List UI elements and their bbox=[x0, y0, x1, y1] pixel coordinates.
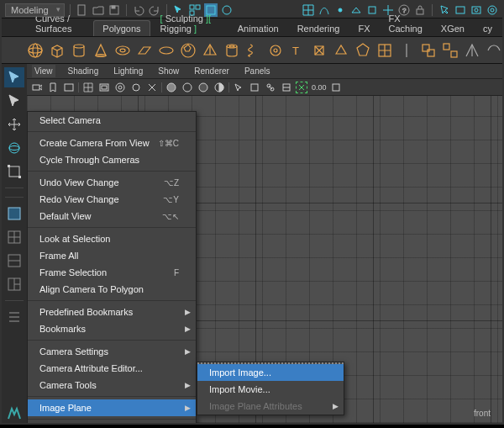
use-lights-icon[interactable] bbox=[197, 81, 210, 94]
menu-item-create-camera-from-view[interactable]: Create Camera From View⇧⌘C bbox=[28, 135, 196, 151]
poly-gear-icon[interactable] bbox=[267, 41, 284, 60]
image-plane-icon[interactable] bbox=[62, 81, 76, 94]
render-icon[interactable] bbox=[454, 3, 467, 17]
select-tool[interactable] bbox=[4, 67, 24, 87]
poly-cube-icon[interactable] bbox=[49, 41, 66, 60]
resolution-gate-icon[interactable] bbox=[113, 81, 127, 94]
menu-item-select-camera[interactable]: Select Camera bbox=[28, 112, 196, 129]
shadows-icon[interactable] bbox=[213, 81, 226, 94]
separate-icon[interactable] bbox=[442, 41, 459, 60]
menu-item-view-sequence-time[interactable]: View Sequence Time bbox=[28, 422, 196, 423]
menu-item-default-view[interactable]: Default View⌥↖ bbox=[28, 208, 196, 225]
menu-item-align-camera-to-polygon[interactable]: Align Camera To Polygon bbox=[28, 281, 196, 298]
menu-item-camera-tools[interactable]: Camera Tools▶ bbox=[28, 377, 196, 394]
save-scene-icon[interactable] bbox=[108, 3, 121, 17]
layout-three-icon[interactable] bbox=[4, 274, 24, 294]
menu-item-bookmarks[interactable]: Bookmarks▶ bbox=[28, 320, 196, 337]
panel-menu-panels[interactable]: Panels bbox=[242, 65, 273, 77]
grid-toggle-icon[interactable] bbox=[81, 81, 95, 94]
menu-item-undo-view-change[interactable]: Undo View Change⌥Z bbox=[28, 174, 196, 191]
menu-item-camera-settings[interactable]: Camera Settings▶ bbox=[28, 343, 196, 360]
lasso-tool[interactable] bbox=[4, 91, 24, 111]
poly-pyramid-icon[interactable] bbox=[202, 41, 218, 60]
cursor-icon[interactable] bbox=[438, 3, 451, 17]
tab-rendering[interactable]: Rendering bbox=[289, 21, 349, 36]
undo-icon[interactable] bbox=[132, 3, 145, 17]
poly-platonic-icon[interactable] bbox=[354, 41, 371, 60]
camera-select-icon[interactable] bbox=[30, 81, 44, 94]
submenu-item-import-movie[interactable]: Import Movie... bbox=[197, 381, 344, 398]
outliner-icon[interactable] bbox=[4, 307, 24, 327]
film-gate-icon[interactable] bbox=[97, 81, 111, 94]
bookmark-icon[interactable] bbox=[46, 81, 60, 94]
open-scene-icon[interactable] bbox=[92, 3, 105, 17]
poly-torus-icon[interactable] bbox=[114, 41, 131, 60]
menu-item-image-plane[interactable]: Image Plane▶ bbox=[28, 399, 196, 416]
menu-item-cycle-through-cameras[interactable]: Cycle Through Cameras bbox=[28, 151, 196, 168]
tab-fx[interactable]: FX bbox=[349, 21, 378, 36]
snap-curve-icon[interactable] bbox=[318, 3, 331, 17]
menu-item-frame-selection[interactable]: Frame SelectionF bbox=[28, 264, 196, 281]
menu-item-look-at-selection[interactable]: Look at Selection bbox=[28, 230, 196, 247]
poly-plane-icon[interactable] bbox=[136, 41, 153, 60]
combine-icon[interactable] bbox=[420, 41, 437, 60]
poly-cone-icon[interactable] bbox=[92, 41, 109, 60]
smooth-icon[interactable] bbox=[486, 41, 502, 60]
xray-icon[interactable] bbox=[248, 81, 261, 94]
tab-sculpting[interactable]: [ Sculpting ][ Rigging ] bbox=[152, 11, 228, 36]
ipr-icon[interactable] bbox=[470, 3, 483, 17]
render-settings-icon[interactable] bbox=[486, 3, 499, 17]
menu-item-predefined-bookmarks[interactable]: Predefined Bookmarks▶ bbox=[28, 304, 196, 320]
poly-type-icon[interactable]: T bbox=[289, 41, 306, 60]
move-tool[interactable] bbox=[4, 114, 24, 135]
tab-xgen[interactable]: XGen bbox=[433, 21, 473, 36]
snap-plane-icon[interactable] bbox=[349, 3, 363, 17]
layout-two-icon[interactable] bbox=[4, 251, 24, 271]
viewport[interactable]: front Select CameraCreate Camera From Vi… bbox=[27, 96, 502, 423]
snap-live-icon[interactable] bbox=[365, 3, 379, 17]
poly-sphere-icon[interactable] bbox=[27, 41, 44, 60]
tab-overflow[interactable]: cy bbox=[475, 21, 501, 36]
viewcube-icon[interactable] bbox=[329, 81, 343, 94]
gamma-icon[interactable] bbox=[296, 82, 307, 93]
panel-menu-lighting[interactable]: Lighting bbox=[111, 65, 145, 77]
poly-helix-icon[interactable] bbox=[245, 41, 262, 60]
tab-animation[interactable]: Animation bbox=[229, 21, 287, 36]
panel-menu-view[interactable]: View bbox=[32, 65, 55, 77]
poly-prism-icon[interactable] bbox=[333, 41, 349, 60]
panel-menu-renderer[interactable]: Renderer bbox=[192, 65, 232, 77]
poly-soccer-icon[interactable] bbox=[180, 41, 197, 60]
wireframe-icon[interactable] bbox=[165, 81, 178, 94]
xray-joints-icon[interactable] bbox=[264, 81, 277, 94]
menu-item-frame-all[interactable]: Frame All bbox=[28, 247, 196, 264]
menu-item-label: Camera Tools bbox=[39, 380, 97, 390]
tab-polygons[interactable]: Polygons bbox=[93, 20, 150, 36]
menu-item-camera-attribute-editor[interactable]: Camera Attribute Editor... bbox=[28, 360, 196, 377]
mirror-icon[interactable] bbox=[464, 41, 480, 60]
poly-pipe-icon[interactable] bbox=[223, 41, 240, 60]
svg-rect-14 bbox=[472, 7, 480, 13]
workspace-mode-select[interactable]: Modeling bbox=[5, 3, 65, 17]
layout-four-icon[interactable] bbox=[4, 227, 24, 247]
poly-cylinder-icon[interactable] bbox=[71, 41, 87, 60]
smooth-shade-icon[interactable] bbox=[181, 81, 194, 94]
layout-single-icon[interactable] bbox=[4, 203, 24, 224]
panel-menu-show[interactable]: Show bbox=[155, 65, 181, 77]
snap-grid-icon[interactable] bbox=[302, 3, 315, 17]
panel-menu-shading[interactable]: Shading bbox=[66, 65, 102, 77]
menu-item-label: Undo View Change bbox=[39, 177, 119, 188]
poly-svg-icon[interactable] bbox=[311, 41, 328, 60]
scale-tool[interactable] bbox=[4, 161, 24, 182]
exposure-icon[interactable] bbox=[280, 81, 293, 94]
menu-item-redo-view-change[interactable]: Redo View Change⌥Y bbox=[28, 191, 196, 208]
submenu-item-import-image[interactable]: Import Image... bbox=[197, 364, 344, 381]
snap-point-icon[interactable] bbox=[333, 3, 347, 17]
tab-fx-caching[interactable]: FX Caching bbox=[381, 11, 431, 36]
menu-divider bbox=[28, 396, 196, 397]
rotate-tool[interactable] bbox=[4, 138, 24, 158]
isolate-icon[interactable] bbox=[232, 81, 245, 94]
poly-superellipse-icon[interactable] bbox=[376, 41, 393, 60]
gate-mask-icon[interactable] bbox=[129, 81, 143, 94]
field-chart-icon[interactable] bbox=[145, 81, 159, 94]
poly-disc-icon[interactable] bbox=[158, 41, 175, 60]
